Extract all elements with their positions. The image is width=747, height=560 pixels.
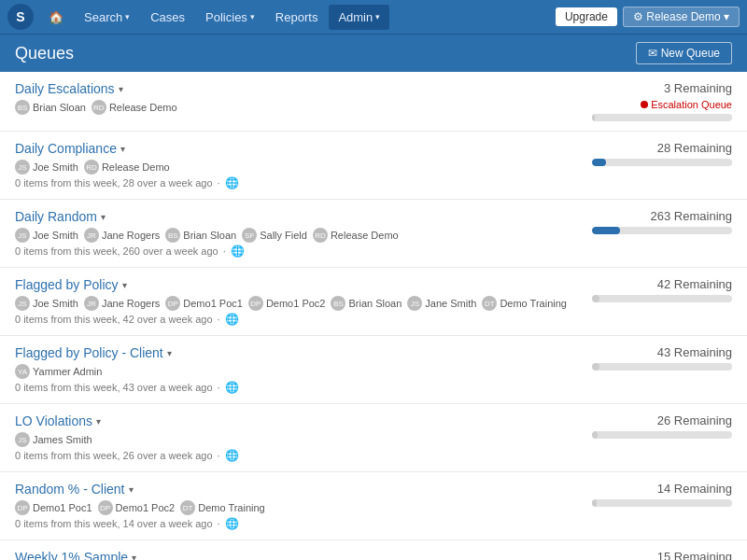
queue-name-0[interactable]: Daily Escalations ▾	[15, 81, 583, 96]
queue-right-7: 15 Remaining	[583, 550, 732, 560]
avatar: JS	[15, 228, 30, 243]
user-name: Jane Smith	[425, 298, 476, 309]
globe-icon[interactable]: 🌐	[225, 313, 239, 326]
queue-name-7[interactable]: Weekly 1% Sample ▾	[15, 550, 583, 560]
release-demo-button[interactable]: ⚙ Release Demo ▾	[623, 7, 740, 27]
remaining-count: 26 Remaining	[657, 413, 732, 427]
user-badge: RDRelease Demo	[92, 100, 177, 115]
queue-name-3[interactable]: Flagged by Policy ▾	[15, 277, 583, 292]
queue-name-text: LO Violations	[15, 413, 92, 428]
user-badge: JSJane Smith	[407, 296, 476, 311]
queue-name-1[interactable]: Daily Compliance ▾	[15, 141, 583, 156]
queue-name-text: Flagged by Policy - Client	[15, 345, 163, 360]
progress-bar	[592, 499, 732, 507]
user-badge: YAYammer Admin	[15, 364, 102, 379]
user-badge: JRJane Rogers	[84, 296, 160, 311]
globe-icon[interactable]: 🌐	[225, 449, 239, 462]
user-name: Demo1 Poc2	[266, 298, 326, 309]
queue-name-text: Flagged by Policy	[15, 277, 119, 292]
avatar: JS	[15, 296, 30, 311]
queue-name-6[interactable]: Random % - Client ▾	[15, 482, 583, 497]
brand-logo[interactable]: S	[7, 4, 34, 30]
nav-cases[interactable]: Cases	[141, 5, 194, 30]
red-dot	[641, 101, 648, 108]
queue-row: Daily Escalations ▾BSBrian SloanRDReleas…	[0, 72, 747, 132]
user-badge: SFSally Field	[242, 228, 307, 243]
queue-users-0: BSBrian SloanRDRelease Demo	[15, 100, 583, 115]
queue-right-2: 263 Remaining	[583, 209, 732, 234]
nav-admin[interactable]: Admin ▾	[329, 5, 389, 30]
queue-name-text: Weekly 1% Sample	[15, 550, 128, 560]
user-name: Release Demo	[109, 102, 177, 113]
new-queue-button[interactable]: ✉ New Queue	[636, 42, 732, 64]
user-badge: DTDemo Training	[482, 296, 567, 311]
progress-bar	[592, 159, 732, 166]
remaining-count: 43 Remaining	[657, 345, 732, 359]
queue-name-text: Daily Escalations	[15, 81, 115, 96]
remaining-count: 15 Remaining	[657, 550, 732, 560]
queue-meta-text: 0 items from this week, 260 over a week …	[15, 245, 218, 257]
nav-home[interactable]: 🏠	[39, 5, 73, 30]
queue-row: Daily Random ▾JSJoe SmithJRJane RogersBS…	[0, 200, 747, 268]
remaining-count: 42 Remaining	[657, 277, 732, 291]
avatar: DP	[248, 296, 263, 311]
queue-name-4[interactable]: Flagged by Policy - Client ▾	[15, 345, 583, 360]
user-name: Brian Sloan	[348, 298, 402, 309]
user-badge: JSJoe Smith	[15, 228, 78, 243]
user-name: Joe Smith	[33, 161, 78, 173]
globe-icon[interactable]: 🌐	[231, 245, 245, 258]
user-badge: DPDemo1 Poc2	[248, 296, 326, 311]
user-badge: BSBrian Sloan	[331, 296, 402, 311]
queue-meta-text: 0 items from this week, 26 over a week a…	[15, 450, 213, 461]
queue-left-6: Random % - Client ▾DPDemo1 Poc1DPDemo1 P…	[15, 482, 583, 530]
user-badge: DPDemo1 Poc2	[98, 500, 176, 515]
progress-bar-fill	[592, 431, 598, 439]
queue-row: Daily Compliance ▾JSJoe SmithRDRelease D…	[0, 132, 747, 200]
avatar: DT	[180, 500, 195, 515]
nav-search[interactable]: Search ▾	[75, 5, 139, 30]
queue-right-6: 14 Remaining	[583, 482, 732, 507]
user-name: Brian Sloan	[183, 230, 236, 241]
queue-left-7: Weekly 1% Sample ▾JSJoe SmithJRJane Roge…	[15, 550, 583, 560]
queue-name-5[interactable]: LO Violations ▾	[15, 413, 583, 428]
globe-icon[interactable]: 🌐	[225, 381, 239, 394]
user-name: Release Demo	[102, 161, 170, 173]
avatar: SF	[242, 228, 257, 243]
queue-meta-1: 0 items from this week, 28 over a week a…	[15, 176, 583, 189]
queue-right-3: 42 Remaining	[583, 277, 732, 302]
user-name: Joe Smith	[33, 298, 78, 309]
queue-row: Weekly 1% Sample ▾JSJoe SmithJRJane Roge…	[0, 540, 747, 560]
nav-policies[interactable]: Policies ▾	[196, 5, 264, 30]
queue-left-3: Flagged by Policy ▾JSJoe SmithJRJane Rog…	[15, 277, 583, 326]
queue-name-text: Random % - Client	[15, 482, 125, 497]
progress-bar-fill	[592, 363, 599, 371]
user-badge: DPDemo1 Poc1	[15, 500, 92, 515]
queue-left-5: LO Violations ▾JSJames Smith0 items from…	[15, 413, 583, 462]
globe-icon[interactable]: 🌐	[225, 517, 239, 530]
user-name: Demo1 Poc1	[183, 298, 243, 309]
avatar: JS	[407, 296, 422, 311]
user-name: Jane Rogers	[102, 230, 160, 241]
navbar: S 🏠 Search ▾ Cases Policies ▾ Reports Ad…	[0, 0, 747, 34]
queue-name-text: Daily Random	[15, 209, 97, 224]
nav-reports[interactable]: Reports	[266, 5, 328, 30]
user-name: Brian Sloan	[33, 102, 86, 113]
queue-caret: ▾	[119, 84, 123, 94]
queue-row: Random % - Client ▾DPDemo1 Poc1DPDemo1 P…	[0, 472, 747, 540]
queue-meta-2: 0 items from this week, 260 over a week …	[15, 245, 583, 258]
queue-name-2[interactable]: Daily Random ▾	[15, 209, 583, 224]
progress-bar	[592, 431, 732, 439]
queue-meta-text: 0 items from this week, 14 over a week a…	[15, 518, 213, 529]
progress-bar-fill	[592, 159, 606, 166]
queue-row: Flagged by Policy - Client ▾YAYammer Adm…	[0, 336, 747, 404]
remaining-count: 28 Remaining	[657, 141, 732, 155]
queue-users-6: DPDemo1 Poc1DPDemo1 Poc2DTDemo Training	[15, 500, 583, 515]
upgrade-button[interactable]: Upgrade	[556, 7, 617, 26]
queues-list: Daily Escalations ▾BSBrian SloanRDReleas…	[0, 72, 747, 560]
queue-right-1: 28 Remaining	[583, 141, 732, 166]
globe-icon[interactable]: 🌐	[225, 176, 239, 189]
user-badge: DTDemo Training	[180, 500, 265, 515]
page-title: Queues	[15, 44, 74, 63]
queue-meta-5: 0 items from this week, 26 over a week a…	[15, 449, 583, 462]
avatar: RD	[313, 228, 328, 243]
